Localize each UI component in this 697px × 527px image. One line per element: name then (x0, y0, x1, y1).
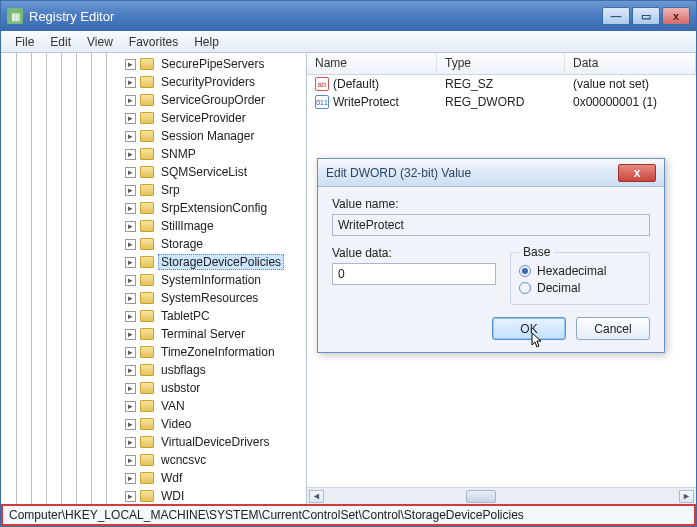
expand-icon[interactable]: ▸ (125, 59, 136, 70)
scroll-thumb[interactable] (466, 490, 496, 503)
ok-button[interactable]: OK (492, 317, 566, 340)
expand-icon[interactable]: ▸ (125, 329, 136, 340)
folder-icon (140, 454, 154, 466)
tree-item-label: SQMServiceList (158, 164, 250, 180)
radio-dec-icon[interactable] (519, 282, 531, 294)
expand-icon[interactable]: ▸ (125, 491, 136, 502)
menu-help[interactable]: Help (186, 33, 227, 51)
radio-hex-icon[interactable] (519, 265, 531, 277)
tree-item-systemresources[interactable]: ▸SystemResources (5, 289, 306, 307)
tree-item-label: StorageDevicePolicies (158, 254, 284, 270)
tree-item-usbstor[interactable]: ▸usbstor (5, 379, 306, 397)
expand-icon[interactable]: ▸ (125, 473, 136, 484)
expand-icon[interactable]: ▸ (125, 221, 136, 232)
tree-pane[interactable]: ▸SecurePipeServers▸SecurityProviders▸Ser… (1, 53, 307, 504)
tree-item-storage[interactable]: ▸Storage (5, 235, 306, 253)
tree-item-snmp[interactable]: ▸SNMP (5, 145, 306, 163)
expand-icon[interactable]: ▸ (125, 239, 136, 250)
tree-item-securityproviders[interactable]: ▸SecurityProviders (5, 73, 306, 91)
scroll-right-icon[interactable]: ► (679, 490, 694, 503)
titlebar[interactable]: ▦ Registry Editor — ▭ x (1, 1, 696, 31)
tree-item-wdf[interactable]: ▸Wdf (5, 469, 306, 487)
tree-item-label: ServiceGroupOrder (158, 92, 268, 108)
menu-file[interactable]: File (7, 33, 42, 51)
cancel-button[interactable]: Cancel (576, 317, 650, 340)
close-button[interactable]: x (662, 7, 690, 25)
tree-item-sqmservicelist[interactable]: ▸SQMServiceList (5, 163, 306, 181)
folder-icon (140, 184, 154, 196)
expand-icon[interactable]: ▸ (125, 437, 136, 448)
tree-item-label: TabletPC (158, 308, 213, 324)
scroll-left-icon[interactable]: ◄ (309, 490, 324, 503)
folder-icon (140, 472, 154, 484)
tree-item-label: TimeZoneInformation (158, 344, 278, 360)
menu-edit[interactable]: Edit (42, 33, 79, 51)
tree-item-label: Terminal Server (158, 326, 248, 342)
tree-item-label: Session Manager (158, 128, 257, 144)
tree-item-session-manager[interactable]: ▸Session Manager (5, 127, 306, 145)
expand-icon[interactable]: ▸ (125, 167, 136, 178)
tree-item-label: Wdf (158, 470, 185, 486)
dialog-close-button[interactable]: x (618, 164, 656, 182)
base-group: Base Hexadecimal Decimal (510, 252, 650, 305)
expand-icon[interactable]: ▸ (125, 347, 136, 358)
tree-item-storagedevicepolicies[interactable]: ▸StorageDevicePolicies (5, 253, 306, 271)
folder-icon (140, 130, 154, 142)
expand-icon[interactable]: ▸ (125, 95, 136, 106)
tree-item-tabletpc[interactable]: ▸TabletPC (5, 307, 306, 325)
base-legend: Base (519, 245, 554, 259)
expand-icon[interactable]: ▸ (125, 365, 136, 376)
column-type[interactable]: Type (437, 53, 565, 74)
status-path: Computer\HKEY_LOCAL_MACHINE\SYSTEM\Curre… (9, 508, 524, 522)
expand-icon[interactable]: ▸ (125, 77, 136, 88)
expand-icon[interactable]: ▸ (125, 185, 136, 196)
folder-icon (140, 76, 154, 88)
tree-item-van[interactable]: ▸VAN (5, 397, 306, 415)
expand-icon[interactable]: ▸ (125, 383, 136, 394)
tree-item-stillimage[interactable]: ▸StillImage (5, 217, 306, 235)
radio-hexadecimal[interactable]: Hexadecimal (519, 264, 641, 278)
menubar: File Edit View Favorites Help (1, 31, 696, 53)
tree-item-label: SystemResources (158, 290, 261, 306)
column-name[interactable]: Name (307, 53, 437, 74)
tree-item-srp[interactable]: ▸Srp (5, 181, 306, 199)
menu-view[interactable]: View (79, 33, 121, 51)
tree-item-serviceprovider[interactable]: ▸ServiceProvider (5, 109, 306, 127)
tree-item-servicegrouporder[interactable]: ▸ServiceGroupOrder (5, 91, 306, 109)
radio-decimal[interactable]: Decimal (519, 281, 641, 295)
expand-icon[interactable]: ▸ (125, 419, 136, 430)
tree-item-virtualdevicedrivers[interactable]: ▸VirtualDeviceDrivers (5, 433, 306, 451)
list-row[interactable]: ab(Default)REG_SZ(value not set) (307, 75, 696, 93)
tree-item-video[interactable]: ▸Video (5, 415, 306, 433)
list-row[interactable]: 011WriteProtectREG_DWORD0x00000001 (1) (307, 93, 696, 111)
list-header: Name Type Data (307, 53, 696, 75)
tree-item-usbflags[interactable]: ▸usbflags (5, 361, 306, 379)
tree-item-srpextensionconfig[interactable]: ▸SrpExtensionConfig (5, 199, 306, 217)
tree-item-systeminformation[interactable]: ▸SystemInformation (5, 271, 306, 289)
value-type-cell: REG_SZ (437, 77, 565, 91)
tree-item-wcncsvc[interactable]: ▸wcncsvc (5, 451, 306, 469)
tree-item-terminal-server[interactable]: ▸Terminal Server (5, 325, 306, 343)
expand-icon[interactable]: ▸ (125, 131, 136, 142)
expand-icon[interactable]: ▸ (125, 275, 136, 286)
tree-item-wdi[interactable]: ▸WDI (5, 487, 306, 504)
expand-icon[interactable]: ▸ (125, 311, 136, 322)
tree-item-securepipeservers[interactable]: ▸SecurePipeServers (5, 55, 306, 73)
horizontal-scrollbar[interactable]: ◄ ► (307, 487, 696, 504)
tree-item-timezoneinformation[interactable]: ▸TimeZoneInformation (5, 343, 306, 361)
dialog-titlebar[interactable]: Edit DWORD (32-bit) Value x (318, 159, 664, 187)
folder-icon (140, 166, 154, 178)
expand-icon[interactable]: ▸ (125, 113, 136, 124)
expand-icon[interactable]: ▸ (125, 203, 136, 214)
expand-icon[interactable]: ▸ (125, 293, 136, 304)
expand-icon[interactable]: ▸ (125, 401, 136, 412)
expand-icon[interactable]: ▸ (125, 149, 136, 160)
value-type-cell: REG_DWORD (437, 95, 565, 109)
value-data-field[interactable] (332, 263, 496, 285)
maximize-button[interactable]: ▭ (632, 7, 660, 25)
column-data[interactable]: Data (565, 53, 696, 74)
minimize-button[interactable]: — (602, 7, 630, 25)
menu-favorites[interactable]: Favorites (121, 33, 186, 51)
expand-icon[interactable]: ▸ (125, 257, 136, 268)
expand-icon[interactable]: ▸ (125, 455, 136, 466)
